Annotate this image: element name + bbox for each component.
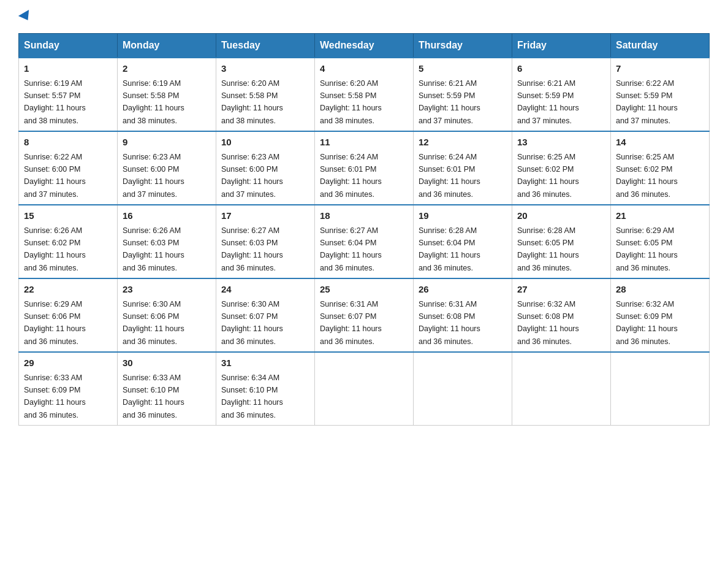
day-info: Sunrise: 6:33 AMSunset: 6:09 PMDaylight:… <box>24 373 86 419</box>
day-of-week-header: Saturday <box>611 34 710 58</box>
day-info: Sunrise: 6:24 AMSunset: 6:01 PMDaylight:… <box>320 153 382 199</box>
day-info: Sunrise: 6:31 AMSunset: 6:07 PMDaylight:… <box>320 300 382 346</box>
day-number: 29 <box>24 356 112 370</box>
day-info: Sunrise: 6:30 AMSunset: 6:07 PMDaylight:… <box>221 300 283 346</box>
day-info: Sunrise: 6:32 AMSunset: 6:08 PMDaylight:… <box>517 300 579 346</box>
day-info: Sunrise: 6:24 AMSunset: 6:01 PMDaylight:… <box>419 153 480 199</box>
calendar-day-cell: 14 Sunrise: 6:25 AMSunset: 6:02 PMDaylig… <box>611 131 710 205</box>
day-number: 27 <box>517 283 605 297</box>
calendar-day-cell: 18 Sunrise: 6:27 AMSunset: 6:04 PMDaylig… <box>315 205 414 278</box>
day-info: Sunrise: 6:31 AMSunset: 6:08 PMDaylight:… <box>419 300 480 346</box>
day-number: 6 <box>517 62 605 76</box>
calendar-day-cell: 5 Sunrise: 6:21 AMSunset: 5:59 PMDayligh… <box>414 58 512 131</box>
calendar-day-cell: 8 Sunrise: 6:22 AMSunset: 6:00 PMDayligh… <box>19 131 118 205</box>
day-number: 2 <box>123 62 211 76</box>
day-number: 16 <box>123 209 211 223</box>
day-of-week-header: Monday <box>118 34 216 58</box>
day-number: 18 <box>320 209 408 223</box>
day-info: Sunrise: 6:22 AMSunset: 6:00 PMDaylight:… <box>24 153 86 199</box>
day-of-week-header: Wednesday <box>315 34 414 58</box>
day-of-week-header: Sunday <box>19 34 118 58</box>
calendar-day-cell: 3 Sunrise: 6:20 AMSunset: 5:58 PMDayligh… <box>216 58 315 131</box>
calendar-header-row: SundayMondayTuesdayWednesdayThursdayFrid… <box>19 34 710 58</box>
calendar-day-cell: 21 Sunrise: 6:29 AMSunset: 6:05 PMDaylig… <box>611 205 710 278</box>
day-number: 7 <box>616 62 704 76</box>
calendar-week-row: 15 Sunrise: 6:26 AMSunset: 6:02 PMDaylig… <box>19 205 710 278</box>
day-info: Sunrise: 6:25 AMSunset: 6:02 PMDaylight:… <box>517 153 579 199</box>
calendar-day-cell: 30 Sunrise: 6:33 AMSunset: 6:10 PMDaylig… <box>118 352 216 426</box>
day-number: 23 <box>123 283 211 297</box>
day-info: Sunrise: 6:29 AMSunset: 6:06 PMDaylight:… <box>24 300 86 346</box>
calendar-day-cell: 12 Sunrise: 6:24 AMSunset: 6:01 PMDaylig… <box>414 131 512 205</box>
calendar-day-cell: 19 Sunrise: 6:28 AMSunset: 6:04 PMDaylig… <box>414 205 512 278</box>
day-info: Sunrise: 6:19 AMSunset: 5:58 PMDaylight:… <box>123 79 184 125</box>
day-info: Sunrise: 6:34 AMSunset: 6:10 PMDaylight:… <box>221 373 283 419</box>
day-info: Sunrise: 6:20 AMSunset: 5:58 PMDaylight:… <box>320 79 382 125</box>
calendar-day-cell <box>512 352 611 426</box>
day-number: 22 <box>24 283 112 297</box>
calendar-day-cell: 27 Sunrise: 6:32 AMSunset: 6:08 PMDaylig… <box>512 278 611 352</box>
calendar-day-cell: 15 Sunrise: 6:26 AMSunset: 6:02 PMDaylig… <box>19 205 118 278</box>
day-info: Sunrise: 6:30 AMSunset: 6:06 PMDaylight:… <box>123 300 184 346</box>
calendar-day-cell: 2 Sunrise: 6:19 AMSunset: 5:58 PMDayligh… <box>118 58 216 131</box>
logo <box>18 12 32 21</box>
calendar-day-cell: 16 Sunrise: 6:26 AMSunset: 6:03 PMDaylig… <box>118 205 216 278</box>
calendar-day-cell <box>611 352 710 426</box>
day-number: 13 <box>517 136 605 150</box>
calendar-day-cell: 1 Sunrise: 6:19 AMSunset: 5:57 PMDayligh… <box>19 58 118 131</box>
day-info: Sunrise: 6:21 AMSunset: 5:59 PMDaylight:… <box>419 79 480 125</box>
day-info: Sunrise: 6:28 AMSunset: 6:05 PMDaylight:… <box>517 226 579 272</box>
day-info: Sunrise: 6:29 AMSunset: 6:05 PMDaylight:… <box>616 226 678 272</box>
calendar-day-cell: 23 Sunrise: 6:30 AMSunset: 6:06 PMDaylig… <box>118 278 216 352</box>
day-number: 4 <box>320 62 408 76</box>
day-of-week-header: Thursday <box>414 34 512 58</box>
day-info: Sunrise: 6:26 AMSunset: 6:03 PMDaylight:… <box>123 226 184 272</box>
calendar-day-cell: 20 Sunrise: 6:28 AMSunset: 6:05 PMDaylig… <box>512 205 611 278</box>
calendar-week-row: 1 Sunrise: 6:19 AMSunset: 5:57 PMDayligh… <box>19 58 710 131</box>
calendar-day-cell: 13 Sunrise: 6:25 AMSunset: 6:02 PMDaylig… <box>512 131 611 205</box>
day-info: Sunrise: 6:27 AMSunset: 6:03 PMDaylight:… <box>221 226 283 272</box>
calendar-day-cell: 6 Sunrise: 6:21 AMSunset: 5:59 PMDayligh… <box>512 58 611 131</box>
day-number: 12 <box>419 136 507 150</box>
page-header <box>18 12 710 21</box>
day-info: Sunrise: 6:25 AMSunset: 6:02 PMDaylight:… <box>616 153 678 199</box>
calendar-day-cell <box>414 352 512 426</box>
calendar-day-cell: 26 Sunrise: 6:31 AMSunset: 6:08 PMDaylig… <box>414 278 512 352</box>
day-number: 14 <box>616 136 704 150</box>
calendar-day-cell: 22 Sunrise: 6:29 AMSunset: 6:06 PMDaylig… <box>19 278 118 352</box>
calendar-day-cell: 11 Sunrise: 6:24 AMSunset: 6:01 PMDaylig… <box>315 131 414 205</box>
day-number: 17 <box>221 209 309 223</box>
calendar-day-cell: 4 Sunrise: 6:20 AMSunset: 5:58 PMDayligh… <box>315 58 414 131</box>
day-number: 26 <box>419 283 507 297</box>
day-number: 20 <box>517 209 605 223</box>
day-number: 9 <box>123 136 211 150</box>
calendar-day-cell: 31 Sunrise: 6:34 AMSunset: 6:10 PMDaylig… <box>216 352 315 426</box>
day-number: 21 <box>616 209 704 223</box>
day-number: 30 <box>123 356 211 370</box>
calendar-day-cell <box>315 352 414 426</box>
calendar-week-row: 29 Sunrise: 6:33 AMSunset: 6:09 PMDaylig… <box>19 352 710 426</box>
calendar-week-row: 22 Sunrise: 6:29 AMSunset: 6:06 PMDaylig… <box>19 278 710 352</box>
day-number: 8 <box>24 136 112 150</box>
calendar-day-cell: 10 Sunrise: 6:23 AMSunset: 6:00 PMDaylig… <box>216 131 315 205</box>
calendar-day-cell: 29 Sunrise: 6:33 AMSunset: 6:09 PMDaylig… <box>19 352 118 426</box>
day-of-week-header: Friday <box>512 34 611 58</box>
day-info: Sunrise: 6:21 AMSunset: 5:59 PMDaylight:… <box>517 79 579 125</box>
day-number: 25 <box>320 283 408 297</box>
day-number: 11 <box>320 136 408 150</box>
day-info: Sunrise: 6:23 AMSunset: 6:00 PMDaylight:… <box>123 153 184 199</box>
day-info: Sunrise: 6:20 AMSunset: 5:58 PMDaylight:… <box>221 79 283 125</box>
day-of-week-header: Tuesday <box>216 34 315 58</box>
calendar-day-cell: 28 Sunrise: 6:32 AMSunset: 6:09 PMDaylig… <box>611 278 710 352</box>
day-info: Sunrise: 6:23 AMSunset: 6:00 PMDaylight:… <box>221 153 283 199</box>
day-info: Sunrise: 6:32 AMSunset: 6:09 PMDaylight:… <box>616 300 678 346</box>
day-number: 15 <box>24 209 112 223</box>
day-info: Sunrise: 6:28 AMSunset: 6:04 PMDaylight:… <box>419 226 480 272</box>
logo-triangle-icon <box>18 10 33 23</box>
day-number: 1 <box>24 62 112 76</box>
day-number: 10 <box>221 136 309 150</box>
day-number: 19 <box>419 209 507 223</box>
day-info: Sunrise: 6:22 AMSunset: 5:59 PMDaylight:… <box>616 79 678 125</box>
calendar-day-cell: 17 Sunrise: 6:27 AMSunset: 6:03 PMDaylig… <box>216 205 315 278</box>
day-number: 31 <box>221 356 309 370</box>
